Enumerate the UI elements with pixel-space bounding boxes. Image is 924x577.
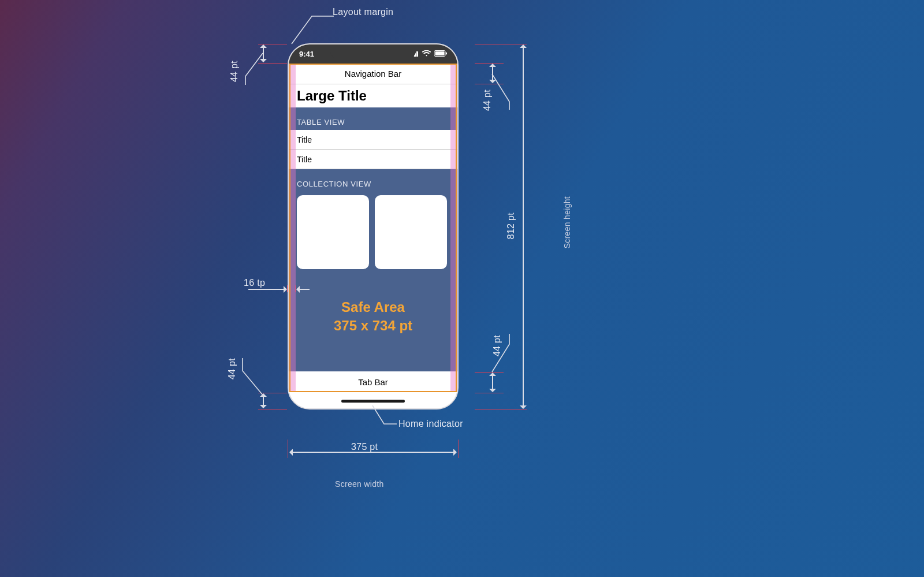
safe-area-line2: 375 x 734 pt	[289, 317, 457, 335]
dim-tab: 44 pt	[492, 335, 502, 356]
large-title: Large Title	[289, 84, 457, 107]
dim-screen-width: 375 pt	[351, 442, 378, 452]
collection-item	[297, 195, 369, 269]
dim-screen-height: 812 pt	[506, 213, 516, 239]
dim-margin-arrow-in	[248, 289, 286, 290]
dim-home-leader	[234, 358, 264, 396]
phone-frame: 9:41 Navigation Bar Large Title TABLE VI…	[288, 43, 459, 410]
home-indicator-bar	[341, 400, 405, 403]
collection-view-header: COLLECTION VIEW	[289, 169, 457, 192]
dim-home: 44 pt	[227, 358, 237, 379]
svg-rect-3	[416, 51, 418, 57]
dim-home-arrow	[263, 394, 264, 408]
tick-width-right	[458, 440, 459, 458]
dim-margin-tick-a	[287, 285, 288, 292]
safe-area-line1: Safe Area	[289, 298, 457, 317]
battery-icon	[434, 50, 447, 58]
dim-nav-arrow	[492, 64, 493, 83]
label-layout-margin: Layout margin	[333, 7, 393, 17]
label-home-indicator: Home indicator	[398, 419, 463, 429]
table-cell: Title	[289, 150, 457, 169]
safe-area-label: Safe Area 375 x 734 pt	[289, 298, 457, 336]
dim-status-left-arrow	[263, 45, 264, 62]
wifi-icon	[422, 50, 431, 58]
tick-home-left-bot	[258, 409, 287, 410]
dim-status-left: 44 pt	[229, 61, 240, 82]
tick-status-left-bot	[258, 63, 287, 64]
phone-content: Navigation Bar Large Title TABLE VIEW Ti…	[289, 64, 457, 392]
svg-rect-6	[446, 53, 447, 55]
dim-tab-arrow	[492, 373, 493, 392]
dim-nav: 44 pt	[482, 90, 493, 111]
tab-bar: Tab Bar	[289, 371, 457, 392]
table-cell: Title	[289, 130, 457, 150]
tick-status-right-top	[475, 44, 527, 44]
phone-notch	[330, 44, 416, 59]
tick-nav-right-bot	[475, 84, 504, 84]
layout-margin-right	[450, 64, 457, 392]
svg-rect-5	[435, 51, 445, 55]
tick-width-left	[288, 440, 288, 458]
dim-status-left-leader	[239, 53, 264, 87]
label-screen-width: Screen width	[335, 479, 384, 489]
tick-home-right-bot	[475, 409, 527, 410]
navigation-bar: Navigation Bar	[289, 64, 457, 84]
collection-view	[289, 192, 457, 273]
table-view-header: TABLE VIEW	[289, 107, 457, 130]
dim-screen-height-arrow	[523, 45, 524, 408]
layout-margin-left	[289, 64, 296, 392]
tick-tab-right-bot	[475, 393, 504, 393]
dim-margin-arrow-out	[297, 289, 310, 290]
label-screen-height: Screen height	[562, 196, 572, 248]
collection-item	[375, 195, 447, 269]
status-time: 9:41	[299, 50, 314, 58]
